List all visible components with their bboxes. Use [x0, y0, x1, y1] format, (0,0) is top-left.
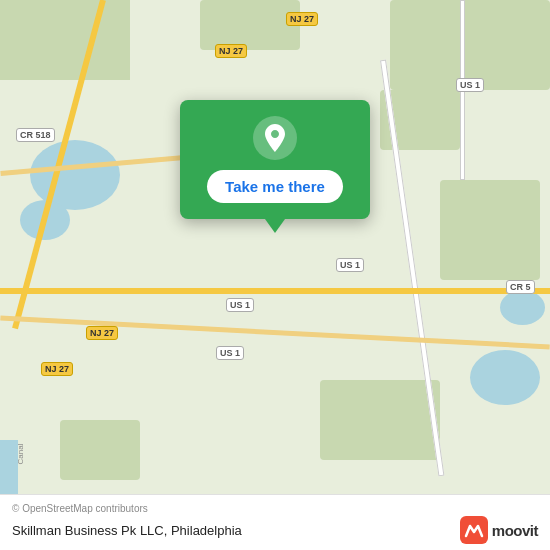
label-us1-3: US 1 [226, 298, 254, 312]
canal-label: Canal [16, 444, 25, 465]
popup-card: Take me there [180, 100, 370, 219]
label-us1-2: US 1 [336, 258, 364, 272]
label-cr518-1: CR 518 [16, 128, 55, 142]
location-pin-icon [253, 116, 297, 160]
location-row: Skillman Business Pk LLC, Philadelphia m… [12, 516, 538, 544]
forest-2 [390, 0, 550, 90]
forest-6 [200, 0, 300, 50]
forest-7 [440, 180, 540, 280]
label-nj27-1: NJ 27 [286, 12, 318, 26]
label-cr5: CR 5 [506, 280, 535, 294]
label-nj27-4: NJ 27 [41, 362, 73, 376]
label-us1-1: US 1 [456, 78, 484, 92]
forest-1 [0, 0, 130, 80]
road-middle [0, 288, 550, 294]
water-body-3 [470, 350, 540, 405]
location-name: Skillman Business Pk LLC, Philadelphia [12, 523, 242, 538]
moovit-text: moovit [492, 522, 538, 539]
label-nj27-2: NJ 27 [215, 44, 247, 58]
label-us1-4: US 1 [216, 346, 244, 360]
map-container: Canal NJ 27 NJ 27 NJ 27 NJ 27 US 1 US 1 … [0, 0, 550, 550]
forest-5 [60, 420, 140, 480]
water-body-4 [500, 290, 545, 325]
bottom-bar: © OpenStreetMap contributors Skillman Bu… [0, 494, 550, 550]
moovit-logo: moovit [460, 516, 538, 544]
take-me-there-button[interactable]: Take me there [207, 170, 343, 203]
label-nj27-3: NJ 27 [86, 326, 118, 340]
forest-4 [320, 380, 440, 460]
moovit-icon [460, 516, 488, 544]
copyright-text: © OpenStreetMap contributors [12, 503, 538, 514]
